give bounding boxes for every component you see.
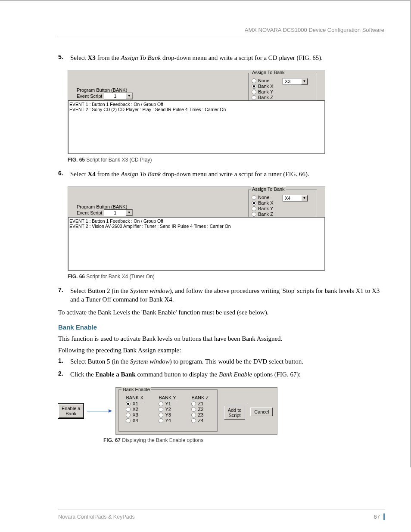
radio-y3[interactable] (159, 413, 163, 417)
event-script-selector[interactable]: 1 ▼ (104, 209, 133, 216)
assign-bank-select[interactable]: X3 ▼ (283, 78, 308, 85)
step-text: Select X3 from the Assign To Bank drop-d… (70, 53, 323, 62)
list-item: EVENT 2 : Sony CD (2) CD Player : Play :… (69, 107, 324, 112)
event-list[interactable]: EVENT 1 : Button 1 Feedback : On / Group… (68, 100, 325, 154)
fig66-screenshot: Program Button (BANK) Event Script 1 ▼ A… (68, 187, 325, 271)
chevron-down-icon: ▼ (301, 195, 308, 201)
radio-z2[interactable] (191, 407, 196, 412)
list-item: EVENT 1 : Button 1 Feedback : On / Group… (69, 102, 324, 107)
radio-bankz[interactable] (252, 95, 256, 100)
radio-x4[interactable] (126, 418, 131, 423)
fig-caption: FIG. 67 Displaying the Bank Enable optio… (103, 437, 384, 443)
radio-y2[interactable] (159, 407, 163, 412)
step-text: Select Button 2 (in the System window), … (70, 286, 384, 304)
step-number: 7. (58, 286, 70, 304)
add-to-script-button[interactable]: Add to Script (224, 406, 246, 420)
step-text: Select Button 5 (in the System window) t… (70, 357, 303, 366)
paragraph: This function is used to activate Bank l… (58, 334, 384, 343)
radio-none[interactable] (252, 195, 256, 200)
section-heading: Bank Enable (58, 324, 384, 331)
fig-caption: FIG. 65 Script for Bank X3 (CD Play) (68, 157, 384, 163)
radio-bankx[interactable] (252, 201, 256, 205)
radio-z1[interactable] (191, 401, 196, 406)
event-script-label: Event Script (77, 93, 102, 99)
step-number: 2. (58, 370, 70, 379)
assign-legend: Assign To Bank (251, 70, 286, 75)
step-number: 1. (58, 357, 70, 366)
assign-legend: Assign To Bank (251, 187, 286, 192)
bankx-header: BANK X (122, 395, 148, 400)
page-number: 67 (374, 513, 385, 520)
assign-bank-select[interactable]: X4 ▼ (283, 195, 308, 202)
step-number: 5. (58, 53, 70, 62)
enable-a-bank-button[interactable]: Enable a Bank (58, 404, 84, 418)
radio-y1[interactable] (159, 401, 163, 406)
radio-z4[interactable] (191, 418, 196, 423)
step-text: Click the Enable a Bank command button t… (70, 370, 301, 379)
fig-caption: FIG. 66 Script for Bank X4 (Tuner On) (68, 274, 384, 280)
list-item: EVENT 2 : Vision AV-2600 Amplifier : Tun… (69, 224, 324, 229)
radio-x3[interactable] (126, 413, 131, 417)
radio-z3[interactable] (191, 413, 196, 417)
arrow-icon (87, 409, 112, 413)
bankz-header: BANK Z (188, 395, 214, 400)
banky-header: BANK Y (155, 395, 181, 400)
chevron-down-icon: ▼ (301, 78, 308, 84)
fig67-panel: Bank Enable BANK X X1 X2 X3 X4 BANK Y Y1… (115, 387, 277, 435)
step-text: Select X4 from the Assign To Bank drop-d… (70, 170, 309, 178)
list-item: EVENT 1 : Button 1 Feedback : On / Group… (69, 218, 324, 224)
tab-program-button[interactable]: Program Button (BANK) (77, 204, 127, 209)
radio-bankx[interactable] (252, 84, 256, 89)
chevron-down-icon: ▼ (126, 93, 132, 99)
paragraph: To activate the Bank Levels the 'Bank En… (58, 308, 384, 317)
tab-program-button[interactable]: Program Button (BANK) (77, 87, 127, 93)
chevron-down-icon: ▼ (126, 210, 132, 216)
cancel-button[interactable]: Cancel (250, 408, 273, 416)
step-number: 6. (58, 170, 70, 178)
running-header: AMX NOVARA DCS1000 Device Configuration … (58, 27, 384, 36)
radio-banky[interactable] (252, 206, 256, 211)
radio-y4[interactable] (159, 418, 163, 423)
radio-bankz[interactable] (252, 212, 256, 217)
footer-title: Novara ControlPads & KeyPads (58, 514, 135, 520)
event-script-label: Event Script (77, 210, 102, 215)
fig65-screenshot: Program Button (BANK) Event Script 1 ▼ A… (68, 70, 325, 154)
paragraph: Following the preceding Bank Assign exam… (58, 346, 384, 355)
event-list[interactable]: EVENT 1 : Button 1 Feedback : On / Group… (68, 217, 325, 271)
radio-x1[interactable] (126, 401, 131, 406)
radio-banky[interactable] (252, 90, 256, 94)
event-script-selector[interactable]: 1 ▼ (104, 93, 133, 100)
bank-enable-legend: Bank Enable (121, 387, 151, 392)
radio-x2[interactable] (126, 407, 131, 412)
radio-none[interactable] (252, 78, 256, 83)
